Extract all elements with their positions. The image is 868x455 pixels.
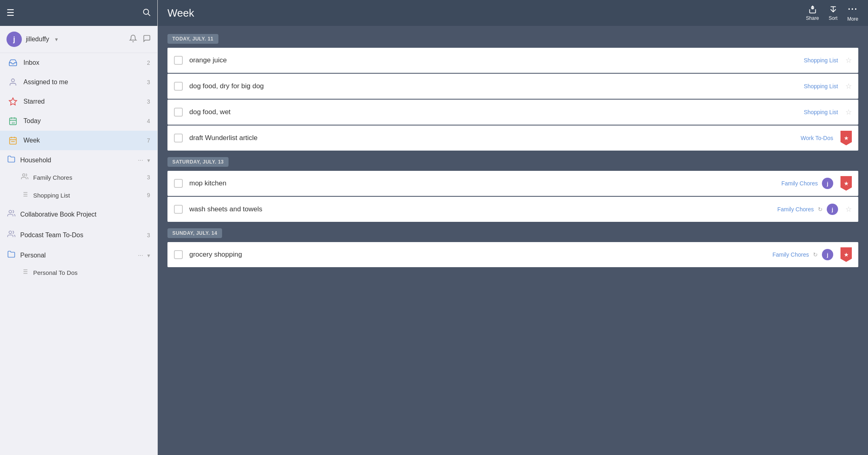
household-more-icon[interactable]: ···: [138, 157, 143, 164]
podcast-count: 3: [147, 232, 150, 238]
task-meta: Family Chores j ★: [781, 176, 852, 191]
sidebar-item-personal-todos[interactable]: Personal To Dos: [0, 264, 157, 281]
user-info[interactable]: j jilleduffy ▾: [6, 32, 58, 47]
sort-label: Sort: [829, 15, 838, 21]
task-list-name[interactable]: Shopping List: [804, 57, 838, 64]
task-name: mop kitchen: [189, 179, 781, 187]
task-list-name[interactable]: Family Chores: [781, 180, 818, 187]
task-name: orange juice: [189, 56, 804, 64]
main-header: Week Share Sort ···: [158, 0, 868, 26]
household-section-header[interactable]: Household ··· ▾: [0, 150, 157, 168]
shopping-list-count: 9: [147, 192, 150, 198]
task-checkbox[interactable]: [174, 179, 183, 188]
task-avatar: j: [827, 204, 838, 215]
personal-more-icon[interactable]: ···: [138, 252, 143, 259]
chevron-down-icon: ▾: [55, 36, 58, 43]
starred-count: 3: [147, 98, 150, 105]
task-checkbox[interactable]: [174, 108, 183, 117]
sidebar-item-collab-book[interactable]: Collaborative Book Project: [0, 204, 157, 225]
sidebar-item-podcast[interactable]: Podcast Team To-Dos 3: [0, 225, 157, 245]
star-button[interactable]: ☆: [845, 108, 852, 117]
sidebar-item-starred[interactable]: Starred 3: [0, 92, 157, 111]
main-content: Week Share Sort ···: [158, 0, 868, 455]
task-checkbox[interactable]: [174, 205, 183, 214]
share-label: Share: [806, 15, 819, 21]
sidebar-header: ☰: [0, 0, 157, 26]
svg-point-22: [9, 231, 12, 234]
svg-point-0: [144, 9, 149, 14]
task-list-name[interactable]: Shopping List: [804, 83, 838, 89]
star-button[interactable]: ☆: [845, 56, 852, 65]
menu-icon[interactable]: ☰: [6, 8, 15, 18]
inbox-icon: [7, 58, 19, 67]
task-list-name[interactable]: Family Chores: [777, 206, 814, 213]
flag-bookmark[interactable]: ★: [840, 247, 852, 262]
personal-chevron-icon[interactable]: ▾: [147, 252, 150, 259]
bell-icon[interactable]: [129, 34, 137, 45]
family-chores-label: Family Chores: [33, 174, 147, 181]
avatar: j: [6, 32, 22, 47]
today-count: 4: [147, 118, 150, 124]
task-avatar: j: [822, 249, 833, 260]
task-meta: Work To-Dos ★: [801, 131, 852, 145]
task-row[interactable]: dog food, dry for big dog Shopping List …: [167, 74, 858, 99]
family-chores-icon: [21, 173, 28, 182]
sidebar-item-shopping-list[interactable]: Shopping List 9: [0, 186, 157, 204]
star-button[interactable]: ☆: [845, 82, 852, 91]
personal-todos-icon: [21, 268, 28, 277]
flag-bookmark[interactable]: ★: [840, 176, 852, 191]
task-checkbox[interactable]: [174, 134, 183, 142]
task-list-name[interactable]: Shopping List: [804, 109, 838, 115]
task-row[interactable]: grocery shopping Family Chores ↻ j ★: [167, 242, 858, 267]
task-avatar: j: [822, 178, 833, 189]
week-icon: [7, 136, 19, 145]
folder-icon: [7, 155, 15, 165]
user-icons: [129, 34, 151, 45]
svg-marker-3: [9, 98, 17, 105]
task-checkbox[interactable]: [174, 250, 183, 259]
recurrence-icon: ↻: [818, 206, 823, 213]
chat-icon[interactable]: [143, 34, 151, 45]
today-icon: 10: [7, 117, 19, 125]
task-checkbox[interactable]: [174, 56, 183, 65]
flag-bookmark[interactable]: ★: [840, 131, 852, 145]
task-row[interactable]: mop kitchen Family Chores j ★: [167, 171, 858, 196]
share-button[interactable]: Share: [806, 5, 819, 21]
task-row[interactable]: draft Wunderlist article Work To-Dos ★: [167, 125, 858, 151]
sidebar-item-family-chores[interactable]: Family Chores 3: [0, 168, 157, 186]
collab-book-label: Collaborative Book Project: [20, 211, 150, 218]
task-row[interactable]: orange juice Shopping List ☆: [167, 48, 858, 73]
task-row[interactable]: wash sheets and towels Family Chores ↻ j…: [167, 197, 858, 222]
collab-book-icon: [7, 209, 15, 219]
task-list-name[interactable]: Family Chores: [773, 251, 809, 258]
task-name: wash sheets and towels: [189, 205, 777, 213]
task-meta: Shopping List ☆: [804, 56, 852, 65]
more-button[interactable]: ··· More: [847, 4, 858, 22]
task-checkbox[interactable]: [174, 82, 183, 91]
sidebar-item-today[interactable]: 10 Today 4: [0, 111, 157, 131]
sidebar-item-assigned[interactable]: Assigned to me 3: [0, 72, 157, 92]
star-button[interactable]: ☆: [845, 205, 852, 214]
svg-point-21: [9, 210, 12, 213]
today-section: TODAY, JULY. 11 orange juice Shopping Li…: [167, 34, 858, 151]
search-icon[interactable]: [142, 8, 151, 19]
task-name: dog food, wet: [189, 108, 804, 116]
sort-button[interactable]: Sort: [829, 5, 838, 21]
svg-text:10: 10: [11, 121, 15, 125]
sidebar-item-inbox[interactable]: Inbox 2: [0, 53, 157, 72]
sidebar-item-week[interactable]: Week 7: [0, 131, 157, 150]
family-chores-count: 3: [147, 174, 150, 181]
personal-section-header[interactable]: Personal ··· ▾: [0, 245, 157, 264]
svg-rect-9: [10, 138, 17, 145]
starred-label: Starred: [23, 98, 147, 105]
shopping-list-label: Shopping List: [33, 192, 147, 199]
household-chevron-icon[interactable]: ▾: [147, 157, 150, 164]
today-label: Today: [23, 117, 147, 125]
personal-todos-label: Personal To Dos: [33, 269, 150, 276]
header-actions: Share Sort ··· More: [806, 4, 858, 22]
task-list-name[interactable]: Work To-Dos: [801, 135, 833, 141]
task-row[interactable]: dog food, wet Shopping List ☆: [167, 100, 858, 125]
assigned-count: 3: [147, 79, 150, 85]
sunday-section: SUNDAY, JULY. 14 grocery shopping Family…: [167, 228, 858, 267]
page-title: Week: [167, 7, 194, 19]
